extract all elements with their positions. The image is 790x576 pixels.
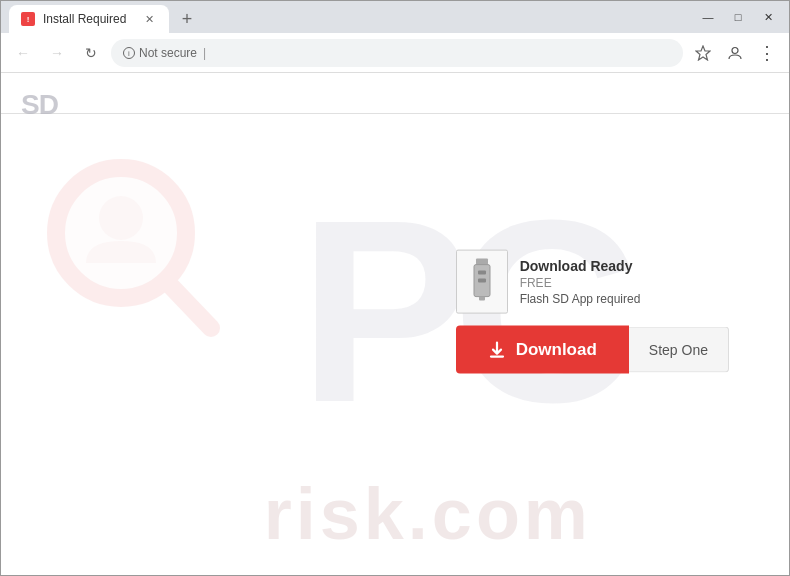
title-bar: ! Install Required ✕ + — □ ✕ — [1, 1, 789, 33]
refresh-button[interactable]: ↻ — [77, 39, 105, 67]
step-one-label: Step One — [649, 342, 708, 358]
app-title: Download Ready — [520, 258, 641, 274]
svg-rect-10 — [478, 279, 486, 283]
flash-drive-icon — [468, 257, 496, 307]
bookmark-button[interactable] — [689, 39, 717, 67]
url-separator: | — [203, 46, 206, 60]
info-circle-icon: i — [123, 47, 135, 59]
app-requirement: Flash SD App required — [520, 292, 641, 306]
download-arrow-icon — [488, 341, 506, 359]
new-tab-button[interactable]: + — [173, 5, 201, 33]
maximize-button[interactable]: □ — [725, 7, 751, 27]
star-icon — [695, 45, 711, 61]
risk-watermark: risk.com — [264, 473, 592, 555]
svg-text:i: i — [128, 49, 130, 58]
tab-area: ! Install Required ✕ + — [9, 1, 695, 33]
page-content: SD PC risk.com — [1, 73, 789, 575]
magnifier-watermark — [31, 153, 231, 353]
profile-icon — [727, 45, 743, 61]
app-icon-inner — [468, 257, 496, 307]
back-button[interactable]: ← — [9, 39, 37, 67]
more-button[interactable]: ⋮ — [753, 39, 781, 67]
toolbar-right: ⋮ — [689, 39, 781, 67]
security-label: Not secure — [139, 46, 197, 60]
app-details: Download Ready FREE Flash SD App require… — [520, 258, 641, 306]
app-icon — [456, 250, 508, 314]
tab-favicon: ! — [21, 12, 35, 26]
profile-button[interactable] — [721, 39, 749, 67]
app-price: FREE — [520, 276, 641, 290]
forward-button[interactable]: → — [43, 39, 71, 67]
top-divider — [1, 113, 789, 114]
buttons-row: Download Step One — [456, 326, 729, 374]
svg-rect-7 — [476, 259, 488, 265]
sd-logo: SD — [21, 89, 58, 121]
svg-rect-9 — [478, 271, 486, 275]
svg-point-6 — [99, 196, 143, 240]
address-bar: ← → ↻ i Not secure | — [1, 33, 789, 73]
svg-rect-11 — [479, 297, 485, 301]
security-indicator: i Not secure — [123, 46, 197, 60]
app-info: Download Ready FREE Flash SD App require… — [456, 250, 641, 314]
active-tab[interactable]: ! Install Required ✕ — [9, 5, 169, 33]
browser-window: ! Install Required ✕ + — □ ✕ ← → ↻ i Not… — [0, 0, 790, 576]
close-button[interactable]: ✕ — [755, 7, 781, 27]
svg-line-5 — [168, 283, 211, 328]
download-card: Download Ready FREE Flash SD App require… — [456, 250, 729, 374]
download-label: Download — [516, 340, 597, 360]
step-one-button[interactable]: Step One — [629, 327, 729, 373]
svg-marker-2 — [696, 46, 710, 60]
tab-title: Install Required — [43, 12, 126, 26]
address-input-wrap[interactable]: i Not secure | — [111, 39, 683, 67]
window-controls: — □ ✕ — [695, 7, 781, 27]
tab-close-button[interactable]: ✕ — [141, 11, 157, 27]
svg-point-3 — [732, 47, 738, 53]
download-button[interactable]: Download — [456, 326, 629, 374]
minimize-button[interactable]: — — [695, 7, 721, 27]
